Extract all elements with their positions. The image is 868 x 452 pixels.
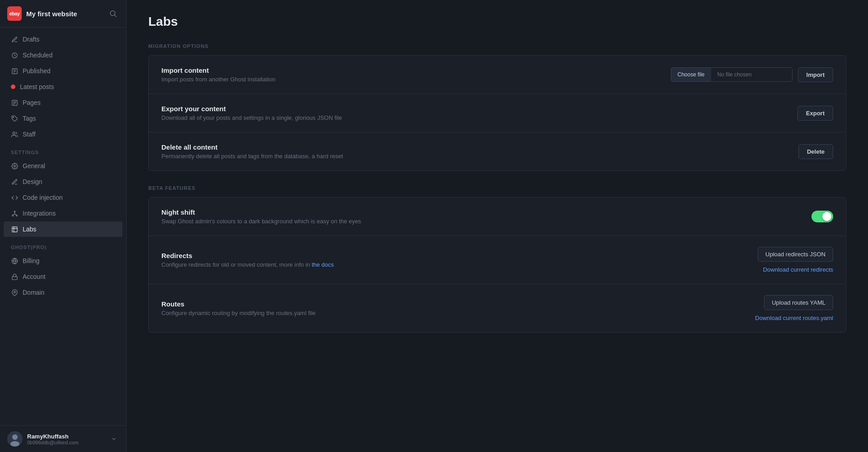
- redirects-description: Configure redirects for old or moved con…: [161, 261, 334, 268]
- main-content: Labs MIGRATION OPTIONS Import content Im…: [127, 0, 868, 452]
- night-shift-toggle[interactable]: [811, 211, 833, 222]
- pages-icon: [11, 99, 18, 106]
- import-actions: Choose file No file chosen Import: [671, 67, 834, 82]
- sidebar-item-domain[interactable]: Domain: [4, 285, 123, 300]
- brand-logo: ebay: [7, 6, 22, 21]
- redirects-description-text: Configure redirects for old or moved con…: [161, 261, 310, 268]
- import-card-text: Import content Import posts from another…: [161, 66, 275, 83]
- sidebar-item-domain-label: Domain: [23, 289, 44, 296]
- export-button[interactable]: Export: [797, 106, 833, 121]
- redirects-title: Redirects: [161, 252, 334, 259]
- user-email: 0b996ddb@uifeed.com: [27, 440, 79, 445]
- import-card: Import content Import posts from another…: [148, 55, 846, 94]
- sidebar-item-published-label: Published: [23, 67, 51, 75]
- sidebar-item-staff[interactable]: Staff: [4, 127, 123, 142]
- svg-line-1: [114, 15, 116, 17]
- code-icon: [11, 194, 18, 201]
- sidebar-item-account-label: Account: [23, 273, 46, 280]
- sidebar-item-labs-label: Labs: [23, 226, 36, 233]
- sidebar-item-tags[interactable]: Tags: [4, 111, 123, 126]
- sidebar-item-design[interactable]: Design: [4, 174, 123, 189]
- sidebar-item-general[interactable]: General: [4, 158, 123, 174]
- redirects-docs-link[interactable]: the docs: [311, 261, 334, 268]
- export-description: Download all of your posts and settings …: [161, 114, 342, 121]
- svg-rect-21: [12, 276, 17, 279]
- sidebar-item-staff-label: Staff: [23, 131, 36, 138]
- sidebar-item-scheduled[interactable]: Scheduled: [4, 47, 123, 63]
- latest-posts-dot: [11, 85, 15, 89]
- sidebar-item-code-injection[interactable]: Code injection: [4, 190, 123, 205]
- sidebar-item-billing[interactable]: Billing: [4, 253, 123, 268]
- delete-card-text: Delete all content Permanently delete al…: [161, 143, 343, 160]
- export-actions: Export: [797, 106, 833, 121]
- sidebar-item-pages[interactable]: Pages: [4, 95, 123, 110]
- routes-title: Routes: [161, 300, 316, 308]
- design-icon: [11, 178, 18, 185]
- export-title: Export your content: [161, 105, 342, 113]
- sidebar-item-latest-posts[interactable]: Latest posts: [4, 79, 123, 94]
- account-icon: [11, 273, 18, 280]
- ghost-pro-section-label: GHOST(PRO): [0, 237, 126, 253]
- night-shift-title: Night shift: [161, 208, 361, 216]
- sidebar-item-published[interactable]: Published: [4, 63, 123, 79]
- import-description: Import posts from another Ghost installa…: [161, 76, 275, 83]
- sidebar-item-account[interactable]: Account: [4, 269, 123, 284]
- delete-button[interactable]: Delete: [798, 144, 833, 159]
- redirects-card: Redirects Configure redirects for old or…: [148, 236, 846, 284]
- redirects-actions: Upload redirects JSON Download current r…: [758, 247, 833, 273]
- billing-icon: [11, 257, 18, 264]
- download-routes-link[interactable]: Download current routes.yaml: [755, 315, 833, 321]
- sidebar-item-scheduled-label: Scheduled: [23, 52, 52, 59]
- download-redirects-link[interactable]: Download current redirects: [763, 266, 833, 273]
- staff-icon: [11, 131, 18, 138]
- night-shift-card-text: Night shift Swap Ghost admin's colours t…: [161, 208, 361, 225]
- svg-point-0: [110, 11, 115, 16]
- routes-card: Routes Configure dynamic routing by modi…: [148, 284, 846, 333]
- delete-actions: Delete: [798, 144, 833, 159]
- integrations-icon: [11, 210, 18, 217]
- sidebar-item-drafts-label: Drafts: [23, 36, 39, 43]
- svg-line-19: [14, 214, 16, 215]
- toggle-thumb: [822, 212, 831, 221]
- domain-icon: [11, 289, 18, 296]
- sidebar: ebay My first website Drafts Sc: [0, 0, 127, 452]
- brand-name: My first website: [26, 10, 77, 18]
- beta-cards: Night shift Swap Ghost admin's colours t…: [148, 197, 846, 333]
- import-title: Import content: [161, 66, 275, 74]
- upload-redirects-button[interactable]: Upload redirects JSON: [758, 247, 833, 262]
- night-shift-card: Night shift Swap Ghost admin's colours t…: [148, 197, 846, 236]
- gear-icon: [11, 162, 18, 170]
- brand: ebay My first website: [7, 6, 77, 21]
- toggle-track[interactable]: [811, 211, 833, 222]
- sidebar-item-labs[interactable]: Labs: [4, 221, 123, 237]
- search-button[interactable]: [107, 8, 119, 19]
- sidebar-item-integrations-label: Integrations: [23, 210, 56, 217]
- delete-title: Delete all content: [161, 143, 343, 151]
- svg-point-24: [12, 434, 18, 440]
- sidebar-nav: Drafts Scheduled Published Latest posts: [0, 28, 126, 425]
- import-button[interactable]: Import: [798, 67, 833, 82]
- night-shift-description: Swap Ghost admin's colours to a dark bac…: [161, 218, 361, 225]
- svg-point-14: [14, 211, 15, 212]
- sidebar-item-drafts[interactable]: Drafts: [4, 32, 123, 47]
- night-shift-actions: [811, 211, 833, 222]
- routes-actions: Upload routes YAML Download current rout…: [755, 295, 833, 321]
- sidebar-item-integrations[interactable]: Integrations: [4, 206, 123, 221]
- delete-description: Permanently delete all posts and tags fr…: [161, 153, 343, 160]
- routes-description: Configure dynamic routing by modifying t…: [161, 310, 316, 316]
- scheduled-icon: [11, 52, 18, 59]
- beta-section-label: BETA FEATURES: [148, 185, 846, 191]
- migration-section-label: MIGRATION OPTIONS: [148, 43, 846, 49]
- user-name: RamyKhuffash: [27, 433, 79, 440]
- sidebar-item-tags-label: Tags: [23, 115, 36, 122]
- upload-routes-button[interactable]: Upload routes YAML: [764, 295, 833, 310]
- avatar: [7, 431, 23, 447]
- page-title: Labs: [148, 14, 846, 29]
- sidebar-header: ebay My first website: [0, 0, 126, 28]
- routes-card-text: Routes Configure dynamic routing by modi…: [161, 300, 316, 316]
- user-menu-button[interactable]: [109, 434, 119, 444]
- choose-file-button[interactable]: Choose file: [671, 67, 711, 82]
- user-details: RamyKhuffash 0b996ddb@uifeed.com: [27, 433, 79, 445]
- svg-line-18: [13, 214, 14, 215]
- published-icon: [11, 67, 18, 75]
